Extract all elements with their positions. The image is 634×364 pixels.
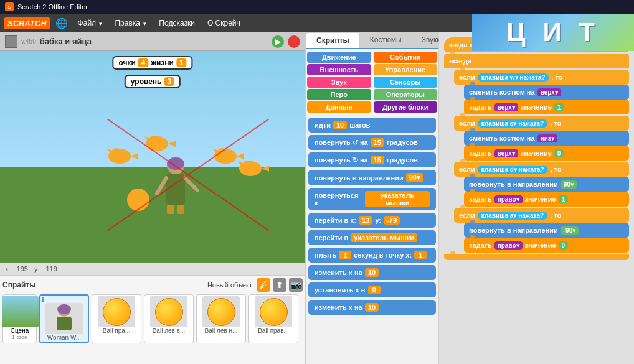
menu-edit[interactable]: Правка ▾ [110, 17, 151, 29]
menu-about[interactable]: О Скрейч [202, 17, 245, 29]
sprites-panel: Спрайты Новый объект: 🖌 ⬆ 📷 Сцена 1 фон [0, 275, 305, 364]
forever-close [444, 254, 629, 260]
if-block-3[interactable]: если клавиша d▾ нажата? , то [454, 162, 629, 177]
score-label: очки [118, 58, 135, 67]
block-point-towards[interactable]: повернуться к указатель мышки [308, 188, 436, 210]
green-flag-button[interactable]: ▶ [272, 35, 284, 48]
main-area: v.450 бабка и яйца ▶ очки 4 жизни 1 уров… [0, 32, 634, 364]
if-body-4: повернуть в направлении -90▾ задать прав… [464, 223, 629, 253]
scene-item[interactable]: Сцена 1 фон [2, 294, 37, 343]
block-costume-up[interactable]: сменить костюм на верх▾ [464, 85, 629, 100]
if-body-1: сменить костюм на верх▾ задать верх▾ зна… [464, 85, 629, 114]
if-block-4[interactable]: если клавиша a▾ нажата? , то [454, 208, 629, 223]
score-badge: очки 4 жизни 1 [112, 56, 192, 70]
version-label: v.450 [21, 38, 36, 45]
block-goto-xy[interactable]: перейти в x: 13 y: -79 [308, 213, 436, 228]
cat-control[interactable]: Управление [374, 64, 438, 75]
script-panel: когда щёлкнут по 🏁 всегда если клавиша w… [439, 32, 634, 364]
sprites-header: Спрайты Новый объект: 🖌 ⬆ 📷 [2, 278, 303, 292]
cat-pen[interactable]: Перо [307, 89, 371, 100]
score-bar: очки 4 жизни 1 [112, 56, 192, 70]
cat-looks[interactable]: Внешность [307, 64, 371, 75]
level-value: 3 [164, 77, 175, 86]
stop-button[interactable] [288, 35, 300, 48]
block-turn-left[interactable]: повернуть ↺ на 15 градусов [308, 135, 436, 150]
stage-canvas: очки 4 жизни 1 уровень 3 [0, 51, 305, 263]
ball2-thumbnail [150, 296, 187, 327]
if-group-4: если клавиша a▾ нажата? , то повернуть в… [454, 208, 629, 253]
block-change-x-2[interactable]: изменить х на 10 [308, 300, 436, 315]
svg-rect-21 [177, 205, 184, 214]
block-set-up-1[interactable]: задать верх▾ значение 1 [464, 100, 629, 114]
scene-label: Сцена [11, 327, 29, 334]
if-body-3: повернуть в направлении 90▾ задать право… [464, 177, 629, 207]
block-goto-mouse[interactable]: перейти в указатель мышки [308, 230, 436, 245]
menu-file[interactable]: Файл ▾ [73, 17, 108, 29]
block-set-right-0[interactable]: задать право▾ значение 0 [464, 238, 629, 253]
tab-scripts[interactable]: Скрипты [306, 32, 360, 48]
if-block-2[interactable]: если клавиша s▾ нажата? , то [454, 116, 629, 131]
stage-thumbnail [5, 35, 17, 48]
ball4-sprite-name: Ball прав... [258, 327, 289, 334]
x-label: x: [5, 265, 11, 273]
block-dir-left[interactable]: повернуть в направлении -90▾ [464, 223, 629, 238]
paint-new-sprite-button[interactable]: 🖌 [257, 278, 270, 292]
script-editor[interactable]: когда щёлкнут по 🏁 всегда если клавиша w… [439, 32, 634, 364]
cat-motion[interactable]: Движение [307, 52, 371, 63]
lives-value: 1 [176, 58, 187, 67]
svg-marker-9 [237, 153, 244, 159]
cat-sound[interactable]: Звук [307, 77, 371, 88]
stage-header: v.450 бабка и яйца ▶ [0, 32, 305, 51]
level-label: уровень [131, 77, 162, 86]
block-set-x[interactable]: установить х в 0 [308, 282, 436, 297]
svg-rect-20 [167, 205, 174, 214]
sprite-item-ball1[interactable]: Ball пра... [92, 294, 141, 343]
menu-tips[interactable]: Подсказки [154, 17, 200, 29]
tab-costumes[interactable]: Костюмы [360, 32, 412, 48]
svg-point-22 [167, 157, 184, 170]
y-value: 119 [45, 265, 57, 273]
sprite-item-woman[interactable]: ℹ Woman W... [39, 294, 89, 343]
globe-icon[interactable]: 🌐 [55, 17, 68, 29]
stage-coords: x: 195 y: 119 [0, 263, 305, 275]
block-set-right-1[interactable]: задать право▾ значение 1 [464, 192, 629, 207]
sprite-item-ball3[interactable]: Ball лев н... [196, 294, 246, 343]
if-block-1[interactable]: если клавиша w▾ нажата? , то [454, 70, 629, 85]
blocks-panel: Скрипты Костюмы Звуки Движение Внешность… [305, 32, 439, 364]
cat-operators[interactable]: Операторы [374, 89, 438, 100]
woman-sprite-name: Woman W... [47, 334, 81, 341]
svg-marker-5 [168, 141, 176, 147]
block-move[interactable]: идти 10 шагов [308, 118, 436, 133]
block-point-dir[interactable]: повернуть в направлении 90▾ [308, 170, 436, 185]
block-set-up-0[interactable]: задать верх▾ значение 0 [464, 146, 629, 161]
cat-events[interactable]: События [374, 52, 438, 63]
forever-block[interactable]: всегда [444, 54, 629, 68]
cat-data[interactable]: Данные [307, 101, 371, 113]
score-value: 4 [138, 58, 149, 67]
camera-sprite-button[interactable]: 📷 [289, 278, 303, 292]
sprite-item-ball4[interactable]: Ball прав... [248, 294, 298, 343]
block-glide[interactable]: плыть 1 секунд в точку x: 1 [308, 248, 436, 263]
upload-sprite-button[interactable]: ⬆ [273, 278, 286, 292]
block-change-x[interactable]: изменить х на 10 [308, 265, 436, 280]
scratch-logo: SCRATCH [4, 17, 50, 29]
svg-marker-13 [262, 166, 269, 172]
logo-text: Ц И Т [506, 17, 600, 47]
app-title: Scratch 2 Offline Editor [17, 3, 88, 11]
ball1-sprite-name: Ball пра... [103, 327, 130, 334]
sprite-item-ball2[interactable]: Ball лев в... [144, 294, 194, 343]
scene-sublabel: 1 фон [12, 334, 27, 340]
block-dir-right[interactable]: повернуть в направлении 90▾ [464, 177, 629, 192]
category-col-1: Движение Внешность Звук Перо Данные [306, 49, 372, 115]
chevron-down-icon: ▾ [99, 21, 102, 27]
category-col-2: События Управление Сенсоры Операторы Дру… [372, 49, 439, 115]
block-turn-right[interactable]: повернуть ↻ на 15 градусов [308, 152, 436, 167]
stage-characters [107, 119, 269, 231]
if-group-3: если клавиша d▾ нажата? , то повернуть в… [454, 162, 629, 207]
woman-thumbnail [45, 303, 83, 334]
block-costume-down[interactable]: сменить костюм на низ▾ [464, 131, 629, 146]
script-group: когда щёлкнут по 🏁 всегда если клавиша w… [444, 37, 629, 260]
cat-more[interactable]: Другие блоки [374, 101, 438, 113]
level-badge: уровень 3 [125, 75, 181, 88]
cat-sensing[interactable]: Сенсоры [374, 77, 438, 88]
